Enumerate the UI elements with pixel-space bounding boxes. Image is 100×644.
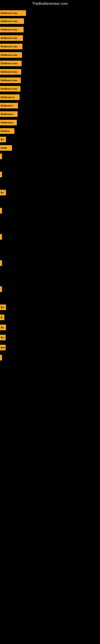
bar-label: Bottleneck resu	[1, 45, 17, 48]
bar: Bottleneck resu	[0, 78, 21, 83]
site-title: TheBottlenecker.com	[0, 0, 100, 7]
bar-item: Bo	[0, 324, 6, 330]
bar-item: Bottleneck re	[0, 94, 20, 100]
bar: Bo	[0, 304, 6, 310]
bar: Bottleneck r	[0, 120, 17, 126]
bar-item: B	[0, 314, 4, 320]
bar-item: Bo	[0, 190, 6, 196]
bar: Bottleneck resu	[0, 69, 21, 75]
bar: Bo	[0, 190, 6, 196]
bar	[0, 208, 2, 214]
bar	[0, 234, 2, 240]
bar-item: Bottleneck resu	[0, 78, 21, 83]
bar-item: Bot	[0, 345, 6, 350]
bar	[0, 172, 2, 177]
bar-label: Bottleneck resu	[1, 79, 17, 82]
bar-item	[0, 208, 2, 214]
bar-item: Bottlene	[0, 128, 14, 134]
bar-item: Bottleneck resu	[0, 69, 21, 75]
bar: Bo	[0, 335, 6, 340]
bar-item	[0, 260, 2, 266]
bar-item: Bottleneck r	[0, 120, 17, 126]
bar-label: Bottleneck re	[1, 96, 15, 98]
bar-label: Bo	[1, 306, 4, 308]
bar-item: Bottleneck r	[0, 111, 18, 117]
bar-item: Bottleneck r	[0, 103, 18, 108]
bar-label: Bo	[1, 326, 4, 329]
bar	[0, 286, 2, 292]
bar-label: Bottleneck resu	[1, 62, 17, 64]
bar: Bottleneck resu	[0, 44, 22, 49]
bar-label: Bottleneck resu	[1, 28, 17, 31]
bar-label: Bottleneck resu	[1, 12, 17, 14]
bar-label: Bottleneck r	[1, 113, 14, 115]
bar-label: Bottleneck resu	[1, 88, 17, 90]
bar-item: Bottleneck resu	[0, 10, 26, 16]
bar-label: Bottleneck r	[1, 121, 14, 124]
chart-area: Bottleneck resuBottleneck resuBottleneck…	[0, 7, 100, 644]
bar: Bottleneck resu	[0, 35, 23, 41]
bar: Bottleneck re	[0, 94, 20, 100]
bar: Bottleneck r	[0, 111, 18, 117]
bar-label: Bottleneck resu	[1, 54, 17, 56]
bar-label: Bo	[1, 138, 4, 141]
bar: Bottleneck resu	[0, 10, 26, 16]
bar-item: Bo	[0, 335, 6, 340]
bar: Bottleneck resu	[0, 27, 24, 32]
bar-item	[0, 172, 2, 177]
bar-item	[0, 355, 2, 360]
bar-item: Bo	[0, 304, 6, 310]
bar: Bottle	[0, 145, 12, 151]
bar-item	[0, 154, 2, 159]
bar-item: Bo	[0, 137, 6, 142]
bar	[0, 355, 2, 360]
bar-item	[0, 286, 2, 292]
bar-item: Bottleneck resu	[0, 44, 22, 49]
bar-label: Bottleneck resu	[1, 37, 17, 39]
bar: Bo	[0, 137, 6, 142]
bar-item: Bottleneck resu	[0, 60, 22, 66]
bar	[0, 260, 2, 266]
bar-label: Bottleneck resu	[1, 71, 17, 73]
bar-label: B	[1, 316, 2, 318]
bar-label: Bottleneck resu	[1, 20, 17, 22]
bar-label: Bot	[1, 346, 4, 349]
bar-item: Bottleneck resu	[0, 86, 20, 92]
bar-item: Bottleneck resu	[0, 52, 22, 58]
bar: Bottleneck resu	[0, 60, 22, 66]
bar: Bottleneck resu	[0, 86, 20, 92]
bar: Bottleneck resu	[0, 52, 22, 58]
bar: Bottleneck r	[0, 103, 18, 108]
bar-item	[0, 234, 2, 240]
bar-label: Bo	[1, 336, 4, 339]
bar-item: Bottleneck resu	[0, 27, 24, 32]
bar: Bot	[0, 345, 6, 350]
bar: Bo	[0, 324, 6, 330]
bar-label: Bottlene	[1, 130, 10, 132]
bar-item: Bottleneck resu	[0, 18, 24, 24]
bar: Bottlene	[0, 128, 14, 134]
bar-label: Bottle	[1, 147, 7, 149]
bar: B	[0, 314, 4, 320]
bar-item: Bottleneck resu	[0, 35, 23, 41]
bar: Bottleneck resu	[0, 18, 24, 24]
bar	[0, 154, 2, 159]
bar-item: Bottle	[0, 145, 12, 151]
bar-label: Bottleneck r	[1, 104, 14, 107]
bar-label: Bo	[1, 192, 4, 194]
